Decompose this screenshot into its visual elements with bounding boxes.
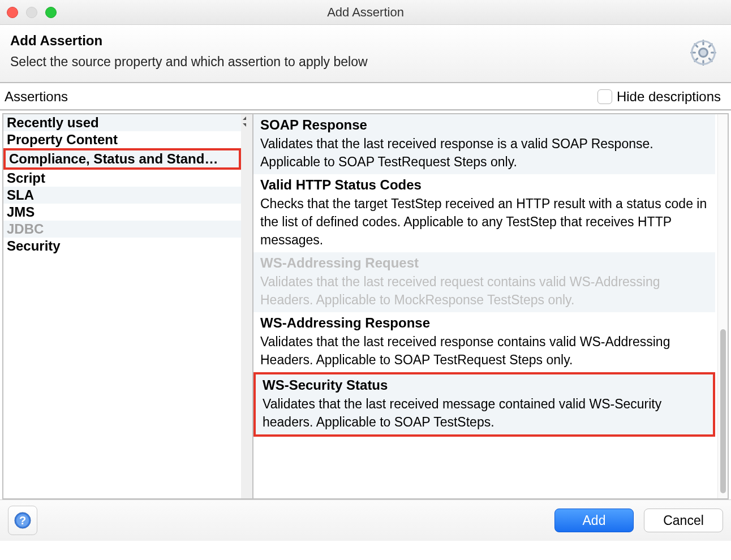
window-title: Add Assertion bbox=[327, 5, 404, 20]
titlebar: Add Assertion bbox=[0, 0, 731, 25]
svg-text:?: ? bbox=[19, 514, 26, 527]
scrollbar[interactable] bbox=[717, 114, 728, 498]
assertion-description: Validates that the last received respons… bbox=[260, 333, 710, 369]
category-item[interactable]: SLA bbox=[3, 187, 241, 204]
header: Add Assertion Select the source property… bbox=[0, 25, 731, 83]
category-item[interactable]: Security bbox=[3, 238, 241, 255]
assertions-label: Assertions bbox=[5, 89, 68, 105]
main-content: Recently usedProperty ContentCompliance,… bbox=[0, 110, 731, 499]
assertion-item: WS-Addressing RequestValidates that the … bbox=[253, 252, 715, 312]
traffic-lights bbox=[7, 7, 57, 18]
assertion-item[interactable]: Valid HTTP Status CodesChecks that the t… bbox=[253, 174, 715, 252]
cancel-button[interactable]: Cancel bbox=[644, 509, 723, 532]
assertion-description: Validates that the last received message… bbox=[263, 395, 707, 431]
assertion-title: SOAP Response bbox=[260, 115, 710, 135]
assertion-title: WS-Security Status bbox=[263, 376, 707, 395]
assertion-pane: SOAP ResponseValidates that the last rec… bbox=[252, 113, 729, 499]
help-button[interactable]: ? bbox=[8, 506, 37, 535]
assertion-description: Validates that the last received respons… bbox=[260, 135, 710, 171]
subbar: Assertions Hide descriptions bbox=[0, 83, 731, 110]
svg-point-0 bbox=[699, 49, 708, 57]
hide-descriptions-label: Hide descriptions bbox=[617, 89, 721, 105]
assertion-title: Valid HTTP Status Codes bbox=[260, 175, 710, 195]
scrollbar-thumb[interactable] bbox=[720, 329, 726, 493]
category-item[interactable]: JMS bbox=[3, 204, 241, 221]
category-item[interactable]: Property Content bbox=[3, 131, 241, 148]
footer: ? Add Cancel bbox=[0, 499, 731, 541]
close-window-button[interactable] bbox=[7, 7, 18, 18]
assertion-description: Validates that the last received request… bbox=[260, 273, 710, 309]
maximize-window-button[interactable] bbox=[45, 7, 57, 18]
hide-descriptions-checkbox[interactable] bbox=[597, 89, 612, 104]
header-subtitle: Select the source property and which ass… bbox=[10, 54, 721, 70]
assertion-item[interactable]: WS-Security StatusValidates that the las… bbox=[253, 372, 715, 437]
category-item[interactable]: Recently used bbox=[3, 114, 241, 131]
assertion-list[interactable]: SOAP ResponseValidates that the last rec… bbox=[253, 114, 717, 498]
assertion-item[interactable]: WS-Addressing ResponseValidates that the… bbox=[253, 312, 715, 372]
assertion-title: WS-Addressing Request bbox=[260, 253, 710, 273]
hide-descriptions-toggle[interactable]: Hide descriptions bbox=[597, 89, 721, 105]
assertion-item[interactable]: SOAP ResponseValidates that the last rec… bbox=[253, 114, 715, 174]
svg-marker-3 bbox=[243, 123, 246, 127]
category-item: JDBC bbox=[3, 221, 241, 238]
gear-icon[interactable] bbox=[688, 37, 719, 71]
assertion-description: Checks that the target TestStep received… bbox=[260, 195, 710, 249]
category-list[interactable]: Recently usedProperty ContentCompliance,… bbox=[2, 113, 241, 499]
svg-marker-2 bbox=[243, 117, 246, 120]
category-item[interactable]: Compliance, Status and Stand… bbox=[3, 148, 241, 170]
pane-divider[interactable] bbox=[241, 113, 252, 499]
category-item[interactable]: Script bbox=[3, 170, 241, 187]
assertion-title: WS-Addressing Response bbox=[260, 313, 710, 333]
header-title: Add Assertion bbox=[10, 33, 721, 49]
minimize-window-button[interactable] bbox=[26, 7, 37, 18]
add-button[interactable]: Add bbox=[554, 509, 634, 532]
